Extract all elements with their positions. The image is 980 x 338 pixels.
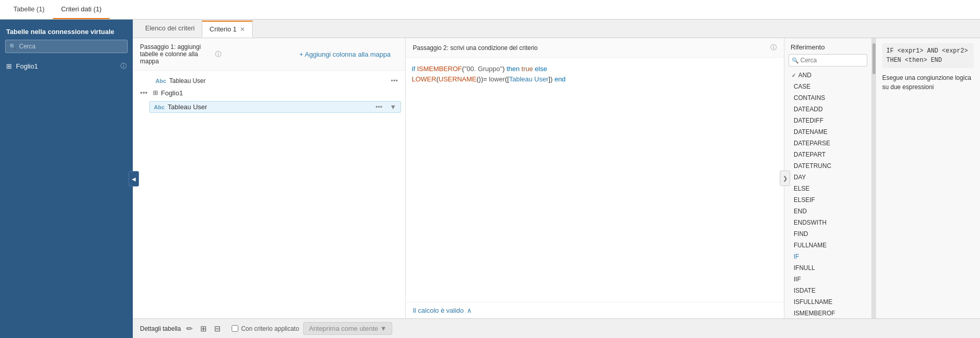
ref-item-elseif[interactable]: ELSEIF xyxy=(784,194,871,206)
header-dots-icon[interactable]: ••• xyxy=(391,77,398,84)
chip-type-label: Abc xyxy=(154,104,165,110)
ref-item-find[interactable]: FIND xyxy=(784,228,871,240)
row-table-name: Foglio1 xyxy=(161,89,398,97)
chip-dots-icon[interactable]: ••• xyxy=(375,103,382,111)
preview-arrow-icon: ▼ xyxy=(380,325,387,332)
header-abc-icon: Abc xyxy=(155,78,166,84)
sidebar-title: Tabelle nella connessione virtuale xyxy=(0,20,133,40)
code-line-2: LOWER(USERNAME())= lower([Tableau User])… xyxy=(412,74,778,84)
row-table-icon: ⊞ xyxy=(153,89,158,96)
table-icon: ⊞ xyxy=(6,62,12,70)
ref-item-datetrunc[interactable]: DATETRUNC xyxy=(784,160,871,172)
preview-button[interactable]: Anteprima come utente ▼ xyxy=(303,322,392,335)
ref-item-isfullname[interactable]: ISFULLNAME xyxy=(784,296,871,308)
ref-list-panel: Riferimento 🔍 AND CASE CONTAINS DATEADD … xyxy=(784,38,872,318)
panel-map-title: Passaggio 1: aggiungi tabelle e colonne … xyxy=(140,43,213,65)
tab-close-icon[interactable]: ✕ xyxy=(240,26,245,33)
ref-scrollbar[interactable] xyxy=(872,38,876,318)
sidebar-search-container: 🔍 xyxy=(5,40,128,53)
ref-item-ifnull[interactable]: IFNULL xyxy=(784,262,871,274)
ref-item-iif[interactable]: IIF xyxy=(784,274,871,285)
map-column-header-row: Abc Tableau User ••• xyxy=(137,75,401,87)
code-valid-bar[interactable]: Il calcolo è valido ∧ xyxy=(406,302,784,318)
tab-criterio1[interactable]: Criterio 1 ✕ xyxy=(202,21,253,38)
ref-item-ismemberof[interactable]: ISMEMBEROF xyxy=(784,308,871,318)
panels-container: Passaggio 1: aggiungi tabelle e colonne … xyxy=(133,38,980,318)
ref-item-datepart[interactable]: DATEPART xyxy=(784,149,871,160)
sidebar-search-input[interactable] xyxy=(5,40,128,53)
filter-icon[interactable]: ⊟ xyxy=(213,323,222,335)
chip-arrow-icon[interactable]: ▼ xyxy=(390,103,396,111)
info-icon[interactable]: ⓘ xyxy=(120,62,127,71)
code-editor[interactable]: if ISMEMBEROF("00. Gruppo") then true el… xyxy=(406,58,784,302)
content-area: Elenco dei criteri Criterio 1 ✕ Passaggi… xyxy=(133,20,980,338)
ref-item-else[interactable]: ELSE xyxy=(784,183,871,194)
con-criterio-checkbox[interactable] xyxy=(232,325,238,332)
panel-map-header: Passaggio 1: aggiungi tabelle e colonne … xyxy=(133,38,405,71)
panel-divider-button[interactable]: ❯ xyxy=(780,171,790,186)
sidebar: ◀ Tabelle nella connessione virtuale 🔍 ⊞… xyxy=(0,20,133,338)
row-dots-icon[interactable]: ••• xyxy=(140,89,148,97)
valid-label: Il calcolo è valido xyxy=(413,307,464,314)
ref-item-and[interactable]: AND xyxy=(784,70,871,81)
grid-icon[interactable]: ⊞ xyxy=(199,323,208,335)
bottom-bar: Dettagli tabella ✏ ⊞ ⊟ Con criterio appl… xyxy=(133,318,980,338)
ref-item-datename[interactable]: DATENAME xyxy=(784,126,871,138)
ref-item-end[interactable]: END xyxy=(784,206,871,217)
sub-tabs-bar: Elenco dei criteri Criterio 1 ✕ xyxy=(133,20,980,38)
header-column-name: Tableau User xyxy=(169,77,206,84)
sidebar-collapse-button[interactable]: ◀ xyxy=(129,171,139,187)
ref-list: AND CASE CONTAINS DATEADD DATEDIFF DATEN… xyxy=(784,70,871,318)
ref-search-container: 🔍 xyxy=(789,54,867,66)
top-tabs-bar: Tabelle (1) Criteri dati (1) xyxy=(0,0,980,20)
ref-header: Riferimento xyxy=(784,38,871,54)
ref-detail-code: IF <expr1> AND <expr2>THEN <then> END xyxy=(882,43,974,68)
ref-item-if[interactable]: IF xyxy=(784,251,871,262)
ref-item-case[interactable]: CASE xyxy=(784,81,871,92)
sidebar-search-icon: 🔍 xyxy=(9,43,16,50)
panel-map: Passaggio 1: aggiungi tabelle e colonne … xyxy=(133,38,406,318)
panel-condition: Passaggio 2: scrivi una condizione del c… xyxy=(406,38,784,318)
valid-chevron-icon: ∧ xyxy=(467,307,472,314)
ref-search-input[interactable] xyxy=(789,54,867,66)
ref-item-datediff[interactable]: DATEDIFF xyxy=(784,115,871,126)
tab-criterio1-label: Criterio 1 xyxy=(209,25,237,33)
panel-condition-header: Passaggio 2: scrivi una condizione del c… xyxy=(406,38,784,58)
ref-search-icon: 🔍 xyxy=(792,57,799,64)
con-criterio-label[interactable]: Con criterio applicato xyxy=(241,325,299,332)
edit-icon[interactable]: ✏ xyxy=(185,323,195,335)
ref-item-dateparse[interactable]: DATEPARSE xyxy=(784,138,871,149)
main-layout: ◀ Tabelle nella connessione virtuale 🔍 ⊞… xyxy=(0,20,980,338)
tab-tabelle[interactable]: Tabelle (1) xyxy=(5,0,53,19)
ref-detail-description: Esegue una congiunzione logica su due es… xyxy=(882,73,974,92)
ref-item-isdate[interactable]: ISDATE xyxy=(784,285,871,296)
panel-condition-info-icon[interactable]: ⓘ xyxy=(771,43,777,52)
sidebar-item-label: Foglio1 xyxy=(16,62,120,70)
add-column-label: + Aggiungi colonna alla mappa xyxy=(300,50,391,58)
ref-item-contains[interactable]: CONTAINS xyxy=(784,92,871,104)
add-column-button[interactable]: + Aggiungi colonna alla mappa xyxy=(294,50,398,58)
panel-condition-title: Passaggio 2: scrivi una condizione del c… xyxy=(413,44,768,52)
ref-item-endswith[interactable]: ENDSWITH xyxy=(784,217,871,228)
ref-scrollbar-thumb xyxy=(872,43,876,74)
tab-elenco-criteri[interactable]: Elenco dei criteri xyxy=(138,20,202,38)
panel-reference: Riferimento 🔍 AND CASE CONTAINS DATEADD … xyxy=(784,38,980,318)
chip-column-name: Tableau User xyxy=(168,103,376,111)
ref-item-fullname[interactable]: FULLNAME xyxy=(784,240,871,251)
map-table-row: ••• ⊞ Foglio1 xyxy=(137,87,401,99)
ref-item-day[interactable]: DAY xyxy=(784,172,871,183)
con-criterio-checkbox-wrap: Con criterio applicato xyxy=(232,325,299,332)
tab-criteri-dati[interactable]: Criteri dati (1) xyxy=(53,0,110,19)
panel-map-info-icon[interactable]: ⓘ xyxy=(215,50,221,59)
preview-label: Anteprima come utente xyxy=(309,325,378,332)
column-chip: Abc Tableau User ••• ▼ xyxy=(149,101,401,113)
sidebar-item-foglio1[interactable]: ⊞ Foglio1 ⓘ xyxy=(0,58,133,74)
map-table-area: Abc Tableau User ••• ••• ⊞ Foglio1 Abc T… xyxy=(133,71,405,318)
bottom-bar-label: Dettagli tabella xyxy=(140,325,181,332)
ref-item-dateadd[interactable]: DATEADD xyxy=(784,104,871,115)
code-line-1: if ISMEMBEROF("00. Gruppo") then true el… xyxy=(412,64,778,74)
ref-detail-panel: IF <expr1> AND <expr2>THEN <then> END Es… xyxy=(876,38,980,318)
